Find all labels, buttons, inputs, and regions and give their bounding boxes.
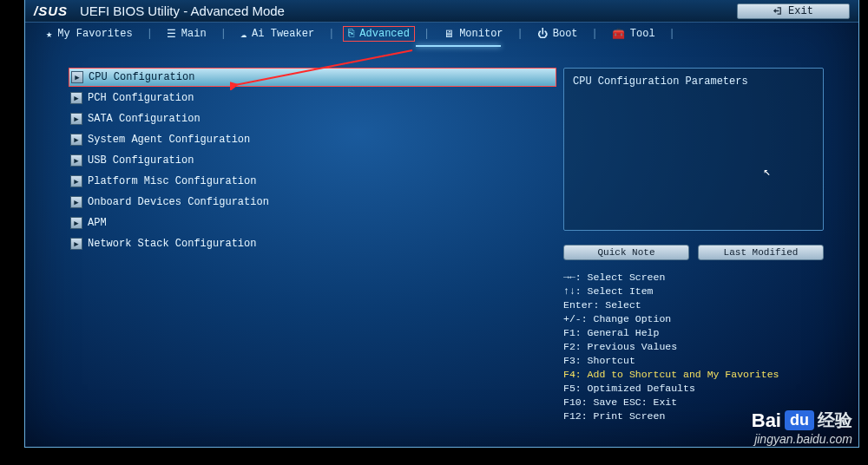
- menu-pch-configuration[interactable]: ▶PCH Configuration: [69, 88, 556, 108]
- submenu-icon: ▶: [70, 175, 82, 187]
- menu-usb-configuration[interactable]: ▶USB Configuration: [69, 151, 556, 170]
- menu-cpu-configuration[interactable]: ▶CPU Configuration: [69, 68, 556, 87]
- tab-advanced[interactable]: ⎘ Advanced: [343, 26, 415, 42]
- right-pane: CPU Configuration Parameters ↖ Quick Not…: [563, 68, 824, 425]
- submenu-icon: ▶: [71, 71, 83, 83]
- brand-logo: /SUS: [34, 3, 68, 18]
- tab-tool[interactable]: 🧰 Tool: [607, 26, 661, 43]
- watermark: Bai du 经验 jingyan.baidu.com: [752, 409, 852, 446]
- menu-system-agent-configuration[interactable]: ▶System Agent Configuration: [69, 130, 556, 149]
- exit-icon: [773, 6, 783, 16]
- tab-ai-tweaker[interactable]: ☁ Ai Tweaker: [235, 26, 319, 43]
- submenu-icon: ▶: [70, 92, 82, 104]
- tab-bar: ★ My Favorites | ☰ Main | ☁ Ai Tweaker |…: [25, 23, 858, 45]
- main-area: ▶CPU Configuration ▶PCH Configuration ▶S…: [69, 68, 824, 425]
- submenu-icon: ▶: [70, 113, 82, 125]
- mouse-cursor-icon: ↖: [764, 164, 771, 179]
- tab-boot[interactable]: ⏻ Boot: [532, 26, 583, 43]
- submenu-icon: ▶: [70, 154, 82, 167]
- window-title: UEFI BIOS Utility - Advanced Mode: [80, 3, 285, 18]
- bios-window: /SUS UEFI BIOS Utility - Advanced Mode E…: [24, 0, 859, 448]
- help-keys: →←: Select Screen ↑↓: Select Item Enter:…: [563, 271, 824, 423]
- menu-list: ▶CPU Configuration ▶PCH Configuration ▶S…: [69, 68, 556, 425]
- exit-button[interactable]: Exit: [737, 3, 850, 19]
- active-tab-underline: [416, 45, 501, 47]
- menu-apm[interactable]: ▶APM: [69, 213, 556, 232]
- menu-onboard-devices-configuration[interactable]: ▶Onboard Devices Configuration: [69, 193, 556, 212]
- last-modified-button[interactable]: Last Modified: [698, 245, 824, 260]
- quick-note-button[interactable]: Quick Note: [563, 245, 689, 260]
- submenu-icon: ▶: [70, 217, 82, 229]
- info-title: CPU Configuration Parameters: [573, 75, 748, 88]
- menu-network-stack-configuration[interactable]: ▶Network Stack Configuration: [69, 234, 556, 253]
- tab-monitor[interactable]: 🖥 Monitor: [438, 26, 508, 43]
- menu-sata-configuration[interactable]: ▶SATA Configuration: [69, 109, 556, 128]
- tab-main[interactable]: ☰ Main: [161, 26, 212, 43]
- tab-my-favorites[interactable]: ★ My Favorites: [41, 26, 138, 43]
- submenu-icon: ▶: [70, 196, 82, 208]
- submenu-icon: ▶: [70, 238, 82, 250]
- info-box: CPU Configuration Parameters ↖: [563, 68, 824, 231]
- submenu-icon: ▶: [70, 134, 82, 146]
- title-bar: /SUS UEFI BIOS Utility - Advanced Mode E…: [25, 0, 858, 23]
- menu-platform-misc-configuration[interactable]: ▶Platform Misc Configuration: [69, 172, 556, 191]
